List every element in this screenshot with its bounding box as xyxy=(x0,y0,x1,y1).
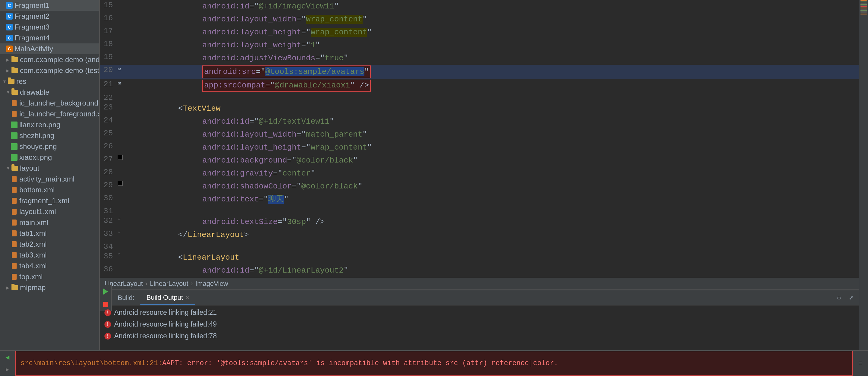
line-number: 30 xyxy=(100,193,118,206)
line-gutter xyxy=(118,241,130,251)
line-number: 15 xyxy=(100,0,118,13)
mini-map-line xyxy=(861,0,867,1)
sidebar-item-shouye[interactable]: shouye.png xyxy=(0,141,99,152)
line-gutter xyxy=(118,93,130,102)
xml-icon xyxy=(11,263,18,269)
line-content: android:textSize="30sp" /> xyxy=(130,215,859,229)
back-button[interactable]: ◀ xyxy=(2,352,13,363)
attr-value: @color/black xyxy=(301,182,358,191)
line-content: android:layout_weight="1" xyxy=(130,39,859,52)
sidebar-item-label: mipmap xyxy=(20,283,45,292)
table-row: 31 xyxy=(100,206,859,215)
line-number: 31 xyxy=(100,206,118,215)
line-gutter xyxy=(118,167,130,180)
sidebar-item-label: tab3.xml xyxy=(19,251,47,259)
tag-name: LinearLayout xyxy=(187,230,244,239)
list-item[interactable]: ! Android resource linking failed :49 xyxy=(100,318,859,330)
sidebar-toggle-button[interactable]: ≡ xyxy=(855,358,866,369)
envelope-icon: ✉ xyxy=(118,80,121,86)
sidebar-item-mipmap[interactable]: ▶ mipmap xyxy=(0,282,99,293)
attr-value: 聊天 xyxy=(268,195,284,204)
sidebar-item-bottom[interactable]: bottom.xml xyxy=(0,184,99,195)
envelope-icon: ✉ xyxy=(118,66,121,72)
sidebar-item-top-xml[interactable]: top.xml xyxy=(0,271,99,282)
sidebar-item-lianxiren[interactable]: lianxiren.png xyxy=(0,119,99,130)
sidebar-item-fragment4[interactable]: C Fragment4 xyxy=(0,33,99,43)
chevron-down-icon: ▼ xyxy=(2,79,7,83)
forward-button[interactable]: ▶ xyxy=(2,364,13,375)
table-row: 35 ○ <LinearLayout xyxy=(100,251,859,264)
sidebar-item-ic-launcher-fg[interactable]: ic_launcher_foreground.xml xyxy=(0,108,99,119)
sidebar-item-label: res xyxy=(16,77,26,86)
sidebar-item-ic-launcher-bg[interactable]: ic_launcher_background.xml xyxy=(0,98,99,108)
xml-icon xyxy=(11,186,18,193)
line-gutter xyxy=(118,39,130,52)
settings-button[interactable]: ⚙ xyxy=(834,293,844,303)
xml-icon xyxy=(11,230,18,237)
table-row: 28 android:gravity="center" xyxy=(100,167,859,180)
tab-build-output[interactable]: Build Output ✕ xyxy=(141,291,195,305)
attr-name: android:gravity xyxy=(202,169,273,178)
expand-button[interactable]: ⤢ xyxy=(846,293,857,303)
sidebar-item-tab1[interactable]: tab1.xml xyxy=(0,228,99,239)
line-gutter xyxy=(118,102,130,115)
sidebar-item-layout[interactable]: ▼ layout xyxy=(0,163,99,174)
error-line: :78 xyxy=(207,332,217,340)
list-item[interactable]: ! Android resource linking failed :21 xyxy=(100,307,859,318)
sidebar-item-activity-main[interactable]: activity_main.xml xyxy=(0,174,99,184)
sidebar-item-tab3[interactable]: tab3.xml xyxy=(0,250,99,261)
editor-area: 15 android:id="@+id/imageView11" 16 xyxy=(100,0,859,350)
sidebar-item-res[interactable]: ▼ res xyxy=(0,76,99,87)
sidebar-item-androidtest[interactable]: ▶ com.example.demo (androidTest) xyxy=(0,54,99,65)
sidebar-item-fragment2[interactable]: C Fragment2 xyxy=(0,11,99,22)
error-highlight-box-end: app:srcCompat="@drawable/xiaoxi" /> xyxy=(202,79,371,92)
line-content: android:adjustViewBounds="true" xyxy=(130,52,859,65)
bottom-tabs: Build: Build Output ✕ ⚙ ⤢ xyxy=(100,290,859,305)
sidebar-item-mainactivity[interactable]: C MainActivity xyxy=(0,43,99,54)
breadcrumb-item[interactable]: ImageView xyxy=(195,280,228,288)
play-button[interactable] xyxy=(100,286,111,297)
sidebar-item-xiaoxi[interactable]: xiaoxi.png xyxy=(0,152,99,163)
sidebar-item-layout1[interactable]: layout1.xml xyxy=(0,206,99,217)
tab-close-button[interactable]: ✕ xyxy=(185,295,189,300)
error-highlight-box: android:src="@tools:sample/avatars" xyxy=(202,65,371,78)
breadcrumb-separator: › xyxy=(191,280,193,288)
chevron-down-icon: ▼ xyxy=(6,166,10,170)
sidebar-item-main-xml[interactable]: main.xml xyxy=(0,217,99,228)
sidebar-item-drawable[interactable]: ▼ drawable xyxy=(0,87,99,98)
mini-map-line xyxy=(861,3,867,4)
sidebar-item-label: Fragment1 xyxy=(14,1,50,10)
sidebar-item-label: main.xml xyxy=(19,218,48,227)
sidebar-item-label: ic_launcher_background.xml xyxy=(19,99,100,107)
line-number: 17 xyxy=(100,26,118,39)
error-text: AAPT: error: '@tools:sample/avatars' is … xyxy=(162,360,558,367)
sidebar-item-label: fragment_1.xml xyxy=(19,197,69,205)
error-label: Android resource linking failed xyxy=(114,332,207,340)
line-gutter xyxy=(118,264,130,277)
sidebar-item-label: ic_launcher_foreground.xml xyxy=(19,110,100,118)
table-row: 27 android:background="@color/black" xyxy=(100,154,859,167)
mini-map-line xyxy=(861,10,867,11)
sidebar-item-tab4[interactable]: tab4.xml xyxy=(0,261,99,271)
sidebar-item-fragment3[interactable]: C Fragment3 xyxy=(0,22,99,33)
sidebar-item-test[interactable]: ▶ com.example.demo (test) xyxy=(0,65,99,76)
attr-name: android:id xyxy=(202,266,249,275)
tab-label: Build Output xyxy=(147,294,183,302)
breadcrumb-item[interactable]: LinearLayout xyxy=(150,280,188,288)
line-gutter: ○ xyxy=(118,215,130,229)
sidebar-item-shezhi[interactable]: shezhi.png xyxy=(0,130,99,141)
sidebar-item-fragment1-xml[interactable]: fragment_1.xml xyxy=(0,195,99,206)
sidebar-item-tab2[interactable]: tab2.xml xyxy=(0,239,99,250)
class-icon: C xyxy=(6,35,13,41)
line-number: 20 xyxy=(100,65,118,79)
attr-value: @drawable/xiaoxi xyxy=(275,81,350,90)
attr-name: android:text xyxy=(202,195,259,204)
class-icon: C xyxy=(6,2,13,9)
sidebar-item-fragment1[interactable]: C Fragment1 xyxy=(0,0,99,11)
line-number: 21 xyxy=(100,79,118,93)
attr-name: android:background xyxy=(202,156,287,165)
code-view[interactable]: 15 android:id="@+id/imageView11" 16 xyxy=(100,0,859,278)
class-icon: C xyxy=(6,45,13,52)
mini-map[interactable] xyxy=(859,0,868,350)
list-item[interactable]: ! Android resource linking failed :78 xyxy=(100,330,859,342)
